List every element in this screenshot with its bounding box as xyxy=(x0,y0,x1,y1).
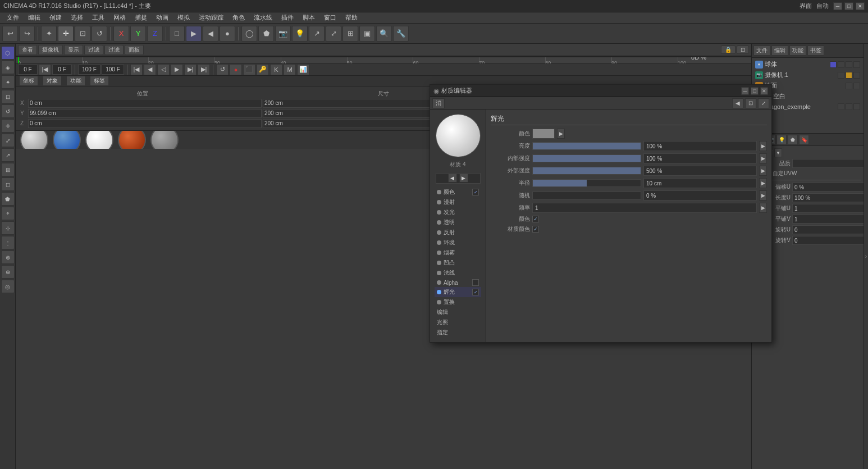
color-check[interactable]: ✓ xyxy=(472,189,479,195)
me-brightness-bar[interactable] xyxy=(532,142,641,150)
render-to-po-btn[interactable]: ● xyxy=(220,26,235,42)
left-tool-4[interactable]: ⊡ xyxy=(1,90,15,103)
record-btn[interactable]: ● xyxy=(230,64,242,75)
settings-btn[interactable]: 🔧 xyxy=(393,26,409,42)
timeline[interactable]: 0 10 20 30 40 xyxy=(16,57,751,63)
tags-tab[interactable]: 标签 xyxy=(90,76,109,86)
material-ball-1[interactable] xyxy=(20,130,48,149)
left-tool-14[interactable]: ⋮ xyxy=(1,236,15,249)
menu-create[interactable]: 创建 xyxy=(45,12,66,24)
sphere-flag-2[interactable] xyxy=(838,61,844,68)
timeline-btn[interactable]: 📊 xyxy=(297,64,309,75)
left-tool-9[interactable]: ⊞ xyxy=(1,163,15,176)
menu-snap[interactable]: 捕捉 xyxy=(130,12,152,24)
menu-plugin[interactable]: 插件 xyxy=(277,12,298,24)
rp-func-btn[interactable]: 功能 xyxy=(789,45,806,56)
me-radius-arrow[interactable]: ▶ xyxy=(759,178,767,188)
mat-section-fog[interactable]: 烟雾 xyxy=(435,248,481,258)
mat-section-assign[interactable]: 指定 xyxy=(435,327,481,338)
view-display-btn[interactable]: 显示 xyxy=(64,45,83,55)
z-pos-input[interactable] xyxy=(28,119,262,128)
preview-start-input[interactable] xyxy=(78,65,100,75)
left-tool-7[interactable]: ⤢ xyxy=(1,134,15,147)
view-lock-btn[interactable]: 🔒 xyxy=(721,45,735,54)
sphere-flag-1[interactable] xyxy=(830,61,837,68)
left-tool-3[interactable]: ✦ xyxy=(1,75,15,89)
mat-nav-icon[interactable]: ⊡ xyxy=(745,98,756,108)
me-brightness-input[interactable] xyxy=(643,141,757,151)
me-inner-input[interactable] xyxy=(643,153,757,163)
me-random-bar[interactable] xyxy=(532,192,641,199)
menu-mesh[interactable]: 网格 xyxy=(109,12,130,24)
mat-section-reflect[interactable]: 反射 xyxy=(435,227,481,238)
me-random-input[interactable] xyxy=(643,190,757,201)
rotate-btn[interactable]: ↺ xyxy=(92,26,107,42)
camera-flag-1[interactable] xyxy=(838,72,844,79)
prev-frame-btn[interactable]: ◀ xyxy=(144,64,156,75)
mat-max-btn[interactable]: □ xyxy=(751,87,759,95)
tile-arrow[interactable]: ▼ xyxy=(774,148,782,157)
left-tool-13[interactable]: ⊹ xyxy=(1,221,15,235)
cube-btn[interactable]: ⬟ xyxy=(258,26,274,42)
camera-tool-btn[interactable]: 📷 xyxy=(275,26,291,42)
render-region-btn[interactable]: ◀ xyxy=(203,26,218,42)
object-tab[interactable]: 对象 xyxy=(43,76,62,86)
play-btn[interactable]: ▶ xyxy=(171,64,183,75)
left-tool-8[interactable]: ↗ xyxy=(1,148,15,162)
coord-tab[interactable]: 坐标 xyxy=(19,76,38,86)
tilev-input[interactable] xyxy=(792,215,864,224)
mat-close-btn[interactable]: ✕ xyxy=(760,87,768,95)
view-view-btn[interactable]: 查看 xyxy=(18,45,37,55)
search-btn[interactable]: 🔍 xyxy=(376,26,392,42)
mat-section-light[interactable]: 光照 xyxy=(435,317,481,327)
goto-end-btn[interactable]: ▶| xyxy=(198,64,210,75)
left-tool-15[interactable]: ⊗ xyxy=(1,251,15,264)
next-frame-btn[interactable]: ▶| xyxy=(184,64,197,75)
start-frame-input[interactable] xyxy=(52,65,72,75)
dragon-flag-1[interactable] xyxy=(838,103,844,110)
me-freq-arrow[interactable]: ▶ xyxy=(759,203,767,213)
z-axis-btn[interactable]: Z xyxy=(147,26,163,42)
left-tool-16[interactable]: ⊕ xyxy=(1,265,15,279)
camera-flag-2[interactable] xyxy=(846,72,852,79)
close-btn[interactable]: ✕ xyxy=(856,2,865,10)
mat-section-alpha[interactable]: Alpha xyxy=(435,278,481,287)
mat-section-color[interactable]: 颜色 ✓ xyxy=(435,187,481,197)
x-pos-input[interactable] xyxy=(28,99,262,108)
material-btn[interactable]: ▣ xyxy=(359,26,375,42)
menu-file[interactable]: 文件 xyxy=(2,12,24,24)
view-filter2-btn[interactable]: 过滤 xyxy=(104,45,124,55)
mat-prev-btn[interactable]: ◀ xyxy=(448,174,457,183)
play-reverse-btn[interactable]: ◁ xyxy=(157,64,170,75)
me-color-checkbox[interactable] xyxy=(532,216,539,222)
view-filter-btn[interactable]: 过滤 xyxy=(84,45,103,55)
move-btn[interactable]: ✛ xyxy=(58,26,74,42)
mat-nav-expand[interactable]: ⤢ xyxy=(758,98,769,108)
view-camera-btn[interactable]: 摄像机 xyxy=(38,45,63,55)
redo-btn[interactable]: ↪ xyxy=(19,26,35,42)
me-radius-input[interactable] xyxy=(643,178,757,188)
y-axis-btn[interactable]: Y xyxy=(130,26,146,42)
mat-nav-prev[interactable]: ◀ xyxy=(732,98,743,108)
array-btn[interactable]: ⊞ xyxy=(342,26,358,42)
tree-item-sphere[interactable]: ● 球体 xyxy=(753,59,862,70)
mat-section-diffuse[interactable]: 漫射 xyxy=(435,197,481,207)
me-random-arrow[interactable]: ▶ xyxy=(759,190,767,201)
view-maximize-btn[interactable]: ⊡ xyxy=(737,45,749,54)
left-tool-11[interactable]: ⬟ xyxy=(1,192,15,206)
mat-section-edit[interactable]: 编辑 xyxy=(435,307,481,317)
view-panel-btn[interactable]: 面板 xyxy=(125,45,144,55)
select-btn[interactable]: ✦ xyxy=(41,26,57,42)
minimize-btn[interactable]: ─ xyxy=(833,2,842,10)
key-begin-btn[interactable]: |◀ xyxy=(39,64,51,75)
left-tool-2[interactable]: ◈ xyxy=(1,61,15,74)
func-tab[interactable]: 功能 xyxy=(66,76,85,86)
props-btn-5[interactable]: 🔖 xyxy=(799,135,809,145)
menu-edit[interactable]: 编辑 xyxy=(24,12,45,24)
props-btn-4[interactable]: ⬟ xyxy=(788,135,798,145)
light-tool-btn[interactable]: 💡 xyxy=(292,26,308,42)
deform-btn[interactable]: ⤢ xyxy=(326,26,341,42)
loop-btn[interactable]: ↺ xyxy=(216,64,229,75)
mat-section-transp[interactable]: 透明 xyxy=(435,217,481,227)
me-outer-bar[interactable] xyxy=(532,167,641,175)
